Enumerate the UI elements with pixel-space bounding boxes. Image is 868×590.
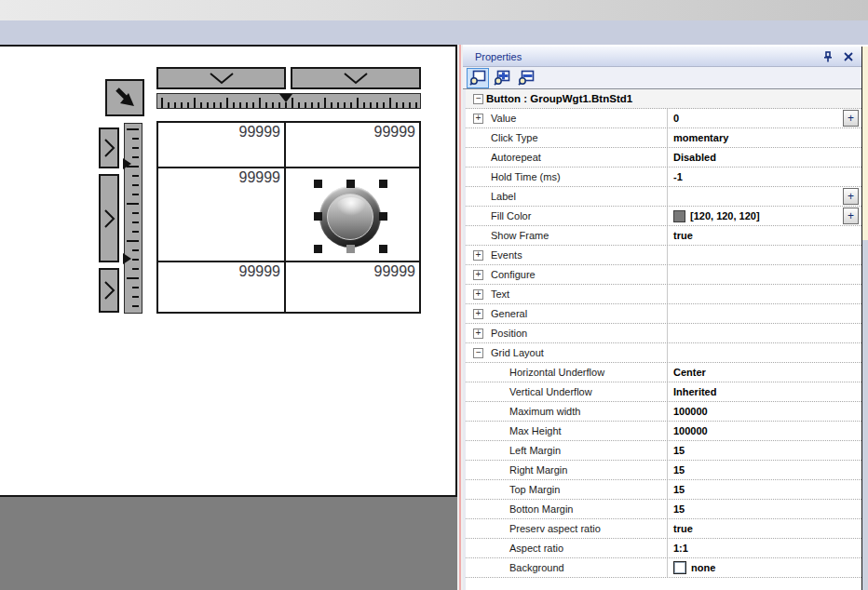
property-value[interactable]: true bbox=[668, 519, 861, 538]
property-value[interactable]: 100000 bbox=[668, 422, 861, 440]
property-value-text: 15 bbox=[673, 503, 685, 515]
expand-icon[interactable]: + bbox=[473, 289, 483, 300]
property-row[interactable]: Aspect ratio1:1 bbox=[466, 539, 861, 558]
property-row[interactable]: Vertical UnderflowInherited bbox=[466, 382, 861, 402]
property-row[interactable]: Preserv aspect ratiotrue bbox=[466, 519, 861, 539]
selection-handle[interactable] bbox=[314, 212, 322, 221]
property-value[interactable] bbox=[668, 343, 861, 362]
property-value[interactable] bbox=[668, 304, 861, 323]
selection-handle[interactable] bbox=[379, 180, 387, 188]
property-value[interactable]: 100000 bbox=[668, 402, 861, 421]
side-button[interactable] bbox=[99, 174, 119, 262]
property-value[interactable]: 15 bbox=[668, 500, 861, 518]
property-value[interactable]: -1 bbox=[668, 168, 861, 186]
expand-icon[interactable]: + bbox=[473, 309, 483, 319]
property-row[interactable]: +General bbox=[466, 304, 861, 324]
corner-arrow-button[interactable] bbox=[105, 79, 144, 116]
property-name-cell: Aspect ratio bbox=[466, 539, 668, 557]
view-window-icon[interactable] bbox=[467, 68, 489, 88]
property-label: Max Height bbox=[491, 425, 562, 436]
property-grid: − Button : GroupWgt1.BtnStd1 +Value0+Cli… bbox=[463, 89, 861, 590]
expand-icon[interactable]: + bbox=[473, 270, 483, 280]
property-row[interactable]: +Events bbox=[466, 246, 861, 265]
property-row[interactable]: Top Margin15 bbox=[466, 480, 861, 500]
property-value[interactable]: 15 bbox=[668, 480, 861, 499]
selection-handle[interactable] bbox=[346, 180, 355, 188]
table-cell[interactable]: 99999 bbox=[286, 123, 419, 168]
close-icon[interactable] bbox=[841, 50, 856, 63]
side-button[interactable] bbox=[99, 127, 119, 168]
property-value[interactable]: Center bbox=[668, 363, 861, 382]
spin-bar[interactable] bbox=[156, 67, 286, 89]
expand-icon[interactable]: + bbox=[473, 250, 483, 261]
property-value[interactable]: momentary bbox=[668, 128, 861, 147]
table-cell[interactable]: 99999 bbox=[158, 123, 286, 168]
collapse-icon[interactable]: − bbox=[473, 94, 483, 104]
property-value[interactable] bbox=[668, 265, 861, 284]
background-swatch[interactable] bbox=[673, 561, 686, 574]
property-value[interactable]: Disabled bbox=[668, 148, 861, 167]
property-row[interactable]: Show Frametrue bbox=[466, 226, 861, 246]
side-button[interactable] bbox=[99, 268, 119, 313]
window-minus-icon[interactable] bbox=[515, 68, 537, 88]
expand-icon[interactable]: + bbox=[473, 329, 483, 339]
property-row[interactable]: +Value0+ bbox=[466, 109, 861, 128]
property-label: General bbox=[491, 308, 527, 319]
property-value[interactable]: Inherited bbox=[668, 382, 861, 401]
selection-handle[interactable] bbox=[379, 212, 387, 221]
selection-handle[interactable] bbox=[314, 180, 322, 188]
property-row[interactable]: +Position bbox=[466, 324, 861, 343]
expand-icon[interactable]: + bbox=[473, 114, 483, 124]
property-row[interactable]: +Configure bbox=[466, 265, 861, 285]
property-row[interactable]: Maximum width100000 bbox=[466, 402, 861, 422]
property-row[interactable]: +Text bbox=[466, 285, 861, 304]
panel-splitter[interactable] bbox=[459, 45, 461, 590]
property-row[interactable]: Click Typemomentary bbox=[466, 128, 861, 148]
collapse-icon[interactable]: − bbox=[473, 348, 483, 358]
group-header-row[interactable]: − Button : GroupWgt1.BtnStd1 bbox=[466, 89, 861, 109]
property-row[interactable]: Max Height100000 bbox=[466, 422, 861, 441]
property-row[interactable]: −Grid Layout bbox=[466, 343, 861, 363]
property-value[interactable]: 15 bbox=[668, 441, 861, 460]
selection-handle[interactable] bbox=[346, 245, 355, 253]
property-row[interactable]: Right Margin15 bbox=[466, 461, 861, 480]
property-label: Autorepeat bbox=[491, 152, 541, 163]
property-row[interactable]: Fill Color[120, 120, 120]+ bbox=[466, 207, 861, 226]
pin-icon[interactable] bbox=[821, 50, 835, 63]
property-value-text: true bbox=[673, 523, 693, 534]
property-value[interactable]: true bbox=[668, 226, 861, 245]
property-row[interactable]: Botton Margin15 bbox=[466, 500, 861, 519]
property-value[interactable] bbox=[668, 324, 861, 342]
property-row[interactable]: AutorepeatDisabled bbox=[466, 148, 861, 168]
vertical-ruler[interactable] bbox=[124, 123, 142, 314]
property-row[interactable]: Left Margin15 bbox=[466, 441, 861, 461]
round-button-widget[interactable] bbox=[319, 186, 381, 248]
app-window: 9999999999999999999999999 Properties bbox=[0, 0, 868, 590]
property-value[interactable]: 0+ bbox=[668, 109, 861, 127]
property-value[interactable]: 15 bbox=[668, 461, 861, 479]
table-cell[interactable]: 99999 bbox=[158, 168, 286, 262]
property-value[interactable] bbox=[668, 285, 861, 303]
table-cell[interactable]: 99999 bbox=[158, 262, 286, 312]
color-swatch[interactable] bbox=[673, 210, 685, 222]
table-cell[interactable]: 99999 bbox=[286, 262, 419, 312]
property-row[interactable]: Backgroundnone bbox=[466, 558, 861, 578]
add-binding-button[interactable]: + bbox=[843, 188, 859, 205]
docked-panel-edge-top bbox=[862, 47, 868, 240]
property-value[interactable]: + bbox=[668, 187, 861, 206]
add-binding-button[interactable]: + bbox=[843, 110, 859, 127]
spin-bar[interactable] bbox=[291, 67, 421, 89]
selection-handle[interactable] bbox=[379, 245, 387, 253]
property-name-cell: Horizontal Underflow bbox=[466, 363, 668, 382]
property-value[interactable]: 1:1 bbox=[668, 539, 861, 557]
window-plus-icon[interactable] bbox=[491, 68, 513, 88]
property-row[interactable]: Horizontal UnderflowCenter bbox=[466, 363, 861, 382]
property-value[interactable] bbox=[668, 246, 861, 264]
selection-handle[interactable] bbox=[314, 245, 322, 253]
property-value[interactable]: none bbox=[668, 558, 861, 577]
add-binding-button[interactable]: + bbox=[843, 208, 859, 224]
property-row[interactable]: Label+ bbox=[466, 187, 861, 207]
property-value[interactable]: [120, 120, 120]+ bbox=[668, 207, 861, 225]
property-label: Left Margin bbox=[491, 445, 561, 456]
property-row[interactable]: Hold Time (ms)-1 bbox=[466, 168, 861, 187]
